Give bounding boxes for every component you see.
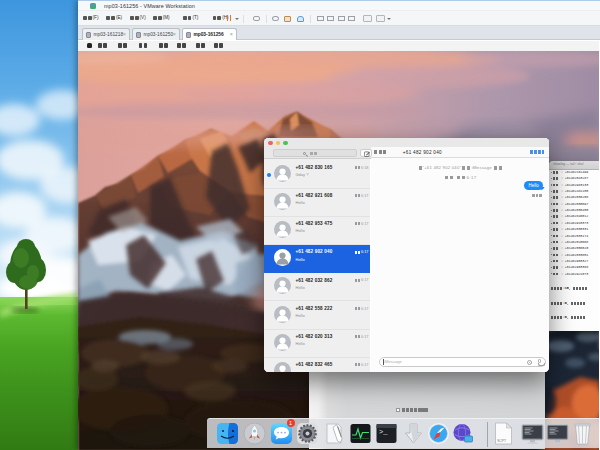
svg-text:>_: >_ bbox=[379, 428, 388, 436]
svg-text:SCPT: SCPT bbox=[497, 439, 506, 443]
